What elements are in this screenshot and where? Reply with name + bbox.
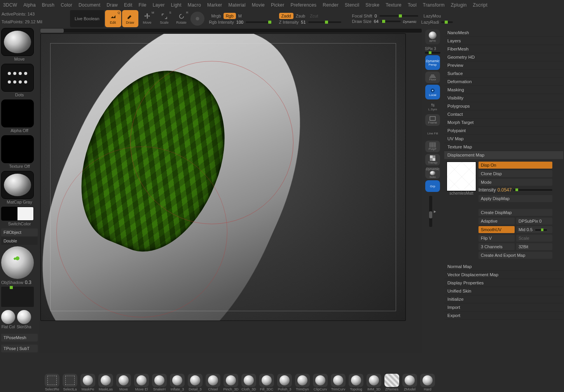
- spix-slider[interactable]: SPix 3: [425, 46, 440, 54]
- menu-document[interactable]: Document: [75, 1, 103, 9]
- section-import[interactable]: Import: [444, 303, 563, 312]
- section-morph-target[interactable]: Morph Target: [444, 118, 563, 127]
- lazymouse-label[interactable]: LazyMou: [421, 13, 453, 19]
- zsub-chip[interactable]: Zsub: [293, 13, 307, 19]
- section-polygroups[interactable]: Polygroups: [444, 102, 563, 110]
- section-masking[interactable]: Masking: [444, 86, 563, 94]
- brush-zremes[interactable]: ZRemes: [383, 374, 400, 391]
- transp-button[interactable]: Transp: [425, 154, 440, 166]
- menu-preferences[interactable]: Preferences: [287, 1, 320, 9]
- menu-zscript[interactable]: Zscript: [470, 1, 491, 9]
- flatcolor-ball[interactable]: [1, 310, 15, 324]
- brush-topolog[interactable]: Topolog: [347, 374, 365, 391]
- section-display-properties[interactable]: Display Properties: [444, 279, 563, 287]
- rotate-mode-button[interactable]: RRotate: [173, 10, 190, 27]
- live-boolean-button[interactable]: Live Boolean: [70, 10, 104, 27]
- rgb-chip[interactable]: Rgb: [224, 13, 236, 19]
- polyf-button[interactable]: PolyF: [425, 141, 440, 152]
- section-displacement-map[interactable]: Displacement Map: [444, 151, 563, 159]
- rgb-intensity-slider[interactable]: Rgb Intensity 100: [209, 20, 271, 24]
- viewport-v-scroll[interactable]: [429, 196, 432, 227]
- menu-edit[interactable]: Edit: [121, 1, 135, 9]
- section-preview[interactable]: Preview: [444, 61, 563, 70]
- menu-file[interactable]: File: [135, 1, 149, 9]
- scale-button[interactable]: Scale: [516, 235, 552, 242]
- menu-render[interactable]: Render: [320, 1, 342, 9]
- double-button[interactable]: Double: [1, 237, 38, 245]
- brush-move-el[interactable]: Move El: [133, 374, 150, 391]
- brush-fill-3dc[interactable]: Fill_3DC: [258, 374, 275, 391]
- apply-dispmap-button[interactable]: Apply DispMap: [478, 195, 552, 202]
- tpose-subt-button[interactable]: TPose | SubT: [1, 345, 38, 352]
- persp-button[interactable]: Dynamic Persp: [425, 55, 440, 70]
- brush-inflate-3[interactable]: Inflate_3: [169, 374, 186, 391]
- fill-object-button[interactable]: FillObject: [1, 228, 38, 236]
- menu-tool[interactable]: Tool: [405, 1, 420, 9]
- zadd-chip[interactable]: Zadd: [279, 13, 293, 19]
- section-surface[interactable]: Surface: [444, 70, 563, 78]
- frame-button[interactable]: Frame: [425, 114, 440, 126]
- grp-button[interactable]: Grp: [425, 180, 440, 192]
- menu-draw[interactable]: Draw: [103, 1, 121, 9]
- section-geometry-hd[interactable]: Geometry HD: [444, 53, 563, 61]
- alpha-thumb[interactable]: [1, 99, 34, 127]
- brush-polish-3[interactable]: Polish_3: [276, 374, 293, 391]
- viewport-h-scroll[interactable]: [40, 29, 422, 33]
- create-dispmap-button[interactable]: Create DispMap: [478, 209, 552, 216]
- scale-mode-button[interactable]: SScale: [156, 10, 173, 27]
- 3channels-button[interactable]: 3 Channels: [478, 243, 515, 250]
- skinshade-ball[interactable]: [17, 310, 31, 324]
- menu-3dcw[interactable]: 3DCW: [0, 1, 20, 9]
- brush-hard[interactable]: Hard: [419, 374, 436, 391]
- edit-mode-button[interactable]: QEdit: [105, 10, 121, 27]
- right-expand-icon[interactable]: ▸: [434, 209, 436, 214]
- menu-texture[interactable]: Texture: [382, 1, 405, 9]
- menu-light[interactable]: Light: [168, 1, 185, 9]
- smoothuv-button[interactable]: SmoothUV: [478, 226, 515, 233]
- texture-thumb[interactable]: [1, 135, 34, 163]
- brush-snakeh[interactable]: SnakeH: [151, 374, 168, 391]
- local-button[interactable]: Local: [425, 85, 440, 99]
- section-nanomesh[interactable]: NanoMesh: [444, 29, 563, 37]
- brush-selectre[interactable]: SelectRe: [44, 374, 61, 391]
- stroke-thumb[interactable]: [1, 64, 34, 92]
- mid-field[interactable]: Mid 0.5: [516, 226, 552, 233]
- menu-material[interactable]: Material: [225, 1, 249, 9]
- disp-intensity-slider[interactable]: Intensity 0.0547: [478, 187, 552, 193]
- focal-shift-slider[interactable]: Focal Shift 0: [352, 14, 418, 18]
- brush-cloth-3d[interactable]: Cloth_3D: [240, 374, 257, 391]
- section-layers[interactable]: Layers: [444, 37, 563, 45]
- section-contact[interactable]: Contact: [444, 110, 563, 118]
- menu-movie[interactable]: Movie: [249, 1, 268, 9]
- disp-mode-button[interactable]: Mode: [478, 179, 552, 186]
- menu-alpha[interactable]: Alpha: [20, 1, 39, 9]
- brush-pinch-3d[interactable]: Pinch_3D: [222, 374, 239, 391]
- floor-button[interactable]: Floor: [425, 71, 440, 83]
- menu-brush[interactable]: Brush: [39, 1, 58, 9]
- menu-stroke[interactable]: Stroke: [362, 1, 382, 9]
- menu-layer[interactable]: Layer: [150, 1, 168, 9]
- disp-on-button[interactable]: Disp On: [478, 162, 552, 169]
- menu-transform[interactable]: Transform: [420, 1, 448, 9]
- dynamic-toggle[interactable]: Dynamic: [403, 20, 418, 24]
- menu-picker[interactable]: Picker: [268, 1, 288, 9]
- brush-move[interactable]: Move: [115, 374, 132, 391]
- obj-shadow-slider[interactable]: [10, 286, 13, 289]
- section-uv-map[interactable]: UV Map: [444, 135, 563, 143]
- brush-chisel[interactable]: Chisel: [204, 374, 222, 391]
- solo-button[interactable]: Dynamic Solo: [425, 167, 440, 179]
- dpsubpix-field[interactable]: DPSubPix 0: [516, 218, 552, 225]
- section-deformation[interactable]: Deformation: [444, 78, 563, 86]
- section-export[interactable]: Export: [444, 312, 563, 320]
- create-export-map-button[interactable]: Create And Export Map: [478, 252, 552, 259]
- section-vector-displacement-map[interactable]: Vector Displacement Map: [444, 271, 563, 279]
- section-unified-skin[interactable]: Unified Skin: [444, 287, 563, 295]
- gizmo-button[interactable]: [190, 12, 204, 26]
- 32bit-button[interactable]: 32Bit: [516, 243, 552, 250]
- menu-zplugin[interactable]: Zplugin: [448, 1, 470, 9]
- brush-maskpe[interactable]: MaskPe: [79, 374, 96, 391]
- section-visibility[interactable]: Visibility: [444, 94, 563, 102]
- z-intensity-slider[interactable]: Z Intensity 51: [279, 20, 341, 24]
- zcut-chip[interactable]: Zcut: [307, 13, 320, 19]
- brush-clipcurv[interactable]: ClipCurv: [312, 374, 329, 391]
